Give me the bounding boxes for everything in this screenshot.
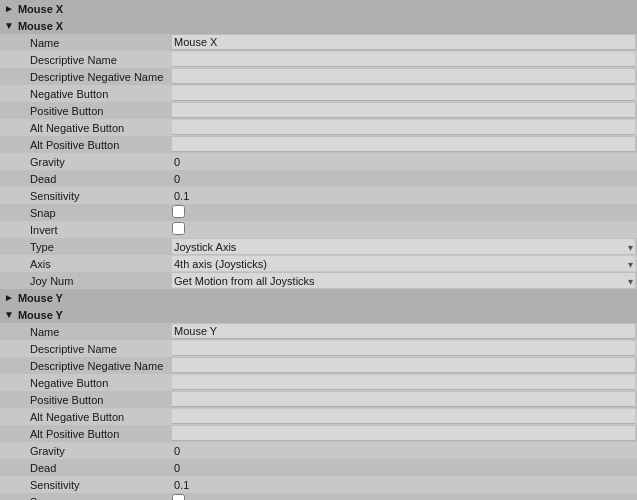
mouse-y-label: Mouse Y bbox=[18, 309, 63, 321]
checkbox-invert[interactable] bbox=[172, 222, 185, 235]
field-label-positive-button: Positive Button bbox=[0, 105, 170, 117]
field-label-invert: Invert bbox=[0, 224, 170, 236]
input-name[interactable] bbox=[172, 324, 635, 339]
input-alt-negative-button[interactable] bbox=[172, 409, 635, 424]
field-label-alt-negative-button: Alt Negative Button bbox=[0, 122, 170, 134]
field-row-positive-button: Positive Button bbox=[0, 391, 637, 408]
field-row-descriptive-negative-name: Descriptive Negative Name bbox=[0, 357, 637, 374]
field-row-negative-button: Negative Button bbox=[0, 374, 637, 391]
field-label-negative-button: Negative Button bbox=[0, 377, 170, 389]
mouse-x-fields: NameDescriptive NameDescriptive Negative… bbox=[0, 34, 637, 289]
input-alt-positive-button[interactable] bbox=[172, 426, 635, 441]
field-row-name: Name bbox=[0, 323, 637, 340]
dropdown-wrapper-axis: X axisY axis3rd axis (Joysticks)4th axis… bbox=[172, 256, 635, 271]
field-label-dead: Dead bbox=[0, 462, 170, 474]
input-positive-button[interactable] bbox=[172, 103, 635, 118]
static-sensitivity: 0.1 bbox=[172, 479, 191, 491]
field-row-alt-positive-button: Alt Positive Button bbox=[0, 425, 637, 442]
field-label-alt-positive-button: Alt Positive Button bbox=[0, 428, 170, 440]
field-label-descriptive-negative-name: Descriptive Negative Name bbox=[0, 71, 170, 83]
field-label-joy-num: Joy Num bbox=[0, 275, 170, 287]
dropdown-wrapper-joy-num: Get Motion from all JoysticksJoystick 1J… bbox=[172, 273, 635, 288]
main-container: ► Mouse X ▼ Mouse X NameDescriptive Name… bbox=[0, 0, 637, 500]
input-descriptive-negative-name[interactable] bbox=[172, 69, 635, 84]
field-label-name: Name bbox=[0, 326, 170, 338]
input-alt-negative-button[interactable] bbox=[172, 120, 635, 135]
input-positive-button[interactable] bbox=[172, 392, 635, 407]
static-dead: 0 bbox=[172, 462, 182, 474]
field-label-axis: Axis bbox=[0, 258, 170, 270]
field-label-descriptive-name: Descriptive Name bbox=[0, 54, 170, 66]
field-label-gravity: Gravity bbox=[0, 156, 170, 168]
field-row-dead: Dead0 bbox=[0, 170, 637, 187]
field-row-descriptive-negative-name: Descriptive Negative Name bbox=[0, 68, 637, 85]
arrow-icon-myp: ► bbox=[4, 292, 14, 303]
checkbox-snap[interactable] bbox=[172, 205, 185, 218]
field-row-gravity: Gravity0 bbox=[0, 153, 637, 170]
field-row-type: TypeKey or Mouse ButtonMouse MovementJoy… bbox=[0, 238, 637, 255]
mouse-y-parent-header[interactable]: ► Mouse Y bbox=[0, 289, 637, 306]
field-label-alt-negative-button: Alt Negative Button bbox=[0, 411, 170, 423]
field-label-negative-button: Negative Button bbox=[0, 88, 170, 100]
field-row-invert: Invert bbox=[0, 221, 637, 238]
input-negative-button[interactable] bbox=[172, 375, 635, 390]
field-label-descriptive-negative-name: Descriptive Negative Name bbox=[0, 360, 170, 372]
dropdown-type[interactable]: Key or Mouse ButtonMouse MovementJoystic… bbox=[172, 239, 635, 254]
field-row-dead: Dead0 bbox=[0, 459, 637, 476]
field-label-sensitivity: Sensitivity bbox=[0, 190, 170, 202]
static-gravity: 0 bbox=[172, 156, 182, 168]
input-name[interactable] bbox=[172, 35, 635, 50]
static-sensitivity: 0.1 bbox=[172, 190, 191, 202]
input-negative-button[interactable] bbox=[172, 86, 635, 101]
field-row-axis: AxisX axisY axis3rd axis (Joysticks)4th … bbox=[0, 255, 637, 272]
input-descriptive-name[interactable] bbox=[172, 52, 635, 67]
static-gravity: 0 bbox=[172, 445, 182, 457]
dropdown-axis[interactable]: X axisY axis3rd axis (Joysticks)4th axis… bbox=[172, 256, 635, 271]
arrow-icon-mx: ▼ bbox=[4, 20, 14, 31]
field-label-positive-button: Positive Button bbox=[0, 394, 170, 406]
field-row-snap: Snap bbox=[0, 204, 637, 221]
field-row-gravity: Gravity0 bbox=[0, 442, 637, 459]
dropdown-wrapper-type: Key or Mouse ButtonMouse MovementJoystic… bbox=[172, 239, 635, 254]
field-label-name: Name bbox=[0, 37, 170, 49]
mouse-y-header[interactable]: ▼ Mouse Y bbox=[0, 306, 637, 323]
mouse-y-parent-label: Mouse Y bbox=[18, 292, 63, 304]
field-row-positive-button: Positive Button bbox=[0, 102, 637, 119]
field-row-snap: Snap bbox=[0, 493, 637, 500]
mouse-x-parent-header[interactable]: ► Mouse X bbox=[0, 0, 637, 17]
arrow-icon-my: ▼ bbox=[4, 309, 14, 320]
checkbox-snap[interactable] bbox=[172, 494, 185, 500]
input-descriptive-name[interactable] bbox=[172, 341, 635, 356]
field-row-negative-button: Negative Button bbox=[0, 85, 637, 102]
field-row-joy-num: Joy NumGet Motion from all JoysticksJoys… bbox=[0, 272, 637, 289]
field-label-snap: Snap bbox=[0, 496, 170, 501]
mouse-y-fields: NameDescriptive NameDescriptive Negative… bbox=[0, 323, 637, 500]
mouse-x-parent-label: Mouse X bbox=[18, 3, 63, 15]
input-descriptive-negative-name[interactable] bbox=[172, 358, 635, 373]
field-label-gravity: Gravity bbox=[0, 445, 170, 457]
field-label-sensitivity: Sensitivity bbox=[0, 479, 170, 491]
field-row-alt-negative-button: Alt Negative Button bbox=[0, 119, 637, 136]
field-row-descriptive-name: Descriptive Name bbox=[0, 51, 637, 68]
field-label-type: Type bbox=[0, 241, 170, 253]
field-row-sensitivity: Sensitivity0.1 bbox=[0, 187, 637, 204]
field-label-descriptive-name: Descriptive Name bbox=[0, 343, 170, 355]
field-row-sensitivity: Sensitivity0.1 bbox=[0, 476, 637, 493]
mouse-x-header[interactable]: ▼ Mouse X bbox=[0, 17, 637, 34]
field-label-alt-positive-button: Alt Positive Button bbox=[0, 139, 170, 151]
field-row-alt-negative-button: Alt Negative Button bbox=[0, 408, 637, 425]
field-row-name: Name bbox=[0, 34, 637, 51]
field-row-descriptive-name: Descriptive Name bbox=[0, 340, 637, 357]
mouse-x-label: Mouse X bbox=[18, 20, 63, 32]
field-row-alt-positive-button: Alt Positive Button bbox=[0, 136, 637, 153]
arrow-icon: ► bbox=[4, 3, 14, 14]
field-label-snap: Snap bbox=[0, 207, 170, 219]
field-label-dead: Dead bbox=[0, 173, 170, 185]
static-dead: 0 bbox=[172, 173, 182, 185]
input-alt-positive-button[interactable] bbox=[172, 137, 635, 152]
dropdown-joy-num[interactable]: Get Motion from all JoysticksJoystick 1J… bbox=[172, 273, 635, 288]
